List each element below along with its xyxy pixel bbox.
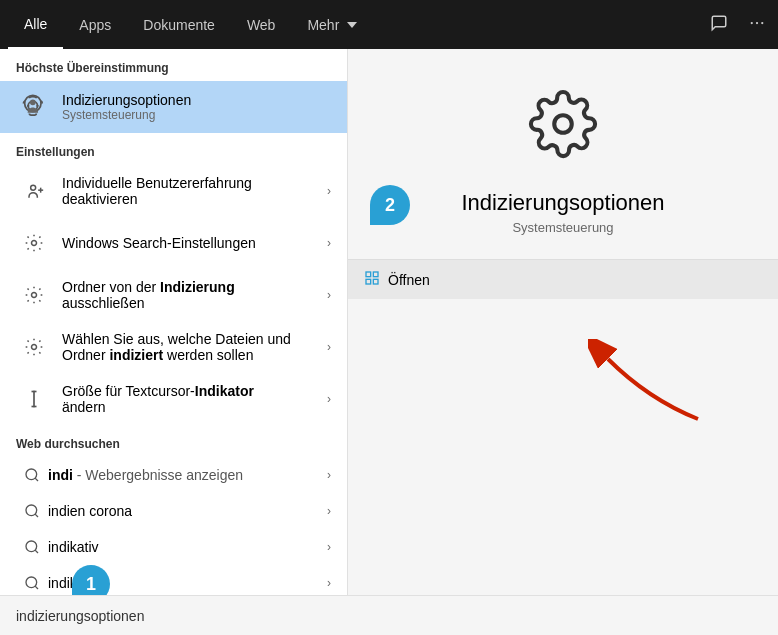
feedback-button[interactable] [706,10,732,40]
result-text-1: Individuelle Benutzererfahrungdeaktivier… [62,175,327,207]
badge-2: 2 [370,185,410,225]
result-title-2: Windows Search-Einstellungen [62,235,327,251]
settings-item-3[interactable]: Ordner von der Indizierungausschließen › [0,269,347,321]
nav-icons [706,10,770,40]
svg-point-2 [761,21,763,23]
tab-apps-label: Apps [79,17,111,33]
svg-point-1 [756,21,758,23]
tab-dokumente[interactable]: Dokumente [127,0,231,49]
svg-point-24 [26,577,37,588]
web-item-1[interactable]: indi - Webergebnisse anzeigen › [0,457,347,493]
svg-rect-30 [366,279,371,284]
svg-line-23 [35,550,38,553]
result-title-4: Wählen Sie aus, welche Dateien undOrdner… [62,331,327,363]
result-title-indizierung: Indizierungsoptionen [62,92,331,108]
web-arrow-3: › [327,540,331,554]
result-item-indizierung[interactable]: Indizierungsoptionen Systemsteuerung [0,81,347,133]
svg-point-7 [36,105,38,107]
web-text-2: indien corona [48,503,327,519]
tab-web-label: Web [247,17,276,33]
svg-point-8 [30,99,36,105]
settings-item-4[interactable]: Wählen Sie aus, welche Dateien undOrdner… [0,321,347,373]
result-subtitle-indizierung: Systemsteuerung [62,108,331,122]
search-icon-1 [16,467,48,483]
result-text-2: Windows Search-Einstellungen [62,235,327,251]
arrow-icon-2: › [327,236,331,250]
settings-item-2[interactable]: Windows Search-Einstellungen › [0,217,347,269]
tab-alle-label: Alle [24,16,47,32]
tab-mehr[interactable]: Mehr [291,0,373,49]
result-text-4: Wählen Sie aus, welche Dateien undOrdner… [62,331,327,363]
top-nav: Alle Apps Dokumente Web Mehr [0,0,778,49]
result-text-5: Größe für Textcursor-Indikatorändern [62,383,327,415]
search-icon-3 [16,539,48,555]
arrow-icon-3: › [327,288,331,302]
result-title-3: Ordner von der Indizierungausschließen [62,279,327,311]
right-panel: Indizierungsoptionen Systemsteuerung Öff… [348,49,778,635]
svg-point-26 [554,115,572,133]
svg-point-6 [27,105,29,107]
web-arrow-4: › [327,576,331,590]
open-button[interactable]: Öffnen [348,260,778,299]
settings-icon-1 [16,173,52,209]
svg-point-18 [26,469,37,480]
svg-point-14 [32,345,37,350]
svg-line-19 [35,478,38,481]
more-options-button[interactable] [744,10,770,40]
section-header-highest-match: Höchste Übereinstimmung [0,49,347,81]
web-arrow-1: › [327,468,331,482]
settings-item-1[interactable]: Individuelle Benutzererfahrungdeaktivier… [0,165,347,217]
tab-web[interactable]: Web [231,0,292,49]
cursor-icon [16,381,52,417]
web-text-1: indi - Webergebnisse anzeigen [48,467,327,483]
arrow-icon-5: › [327,392,331,406]
tab-dokumente-label: Dokumente [143,17,215,33]
tab-alle[interactable]: Alle [8,0,63,49]
web-arrow-2: › [327,504,331,518]
svg-rect-29 [373,279,378,284]
settings-icon-2 [16,225,52,261]
web-item-3[interactable]: indikativ › [0,529,347,565]
svg-point-13 [32,293,37,298]
settings-icon-3 [16,277,52,313]
result-title-5: Größe für Textcursor-Indikatorändern [62,383,327,415]
svg-line-21 [35,514,38,517]
arrow-icon-4: › [327,340,331,354]
nav-tabs: Alle Apps Dokumente Web Mehr [8,0,706,49]
result-text-3: Ordner von der Indizierungausschließen [62,279,327,311]
web-item-2[interactable]: indien corona › [0,493,347,529]
svg-point-9 [31,185,36,190]
result-title-1: Individuelle Benutzererfahrungdeaktivier… [62,175,327,207]
svg-rect-28 [373,272,378,277]
detail-title: Indizierungsoptionen [461,190,664,216]
settings-icon-4 [16,329,52,365]
settings-item-5[interactable]: Größe für Textcursor-Indikatorändern › [0,373,347,425]
svg-line-25 [35,586,38,589]
gear-icon [528,89,598,174]
search-query: indizierungsoptionen [16,608,144,624]
web-text-3: indikativ [48,539,327,555]
detail-subtitle: Systemsteuerung [512,220,613,235]
svg-rect-27 [366,272,371,277]
indizierung-icon [16,89,52,125]
svg-point-20 [26,505,37,516]
search-icon-2 [16,503,48,519]
arrow-icon-1: › [327,184,331,198]
main-container: Höchste Übereinstimmung [0,49,778,635]
svg-point-12 [32,241,37,246]
arrow-annotation [588,339,718,433]
section-header-settings: Einstellungen [0,133,347,165]
svg-point-0 [751,21,753,23]
chevron-down-icon [347,22,357,28]
tab-mehr-label: Mehr [307,17,339,33]
section-header-web: Web durchsuchen [0,425,347,457]
svg-point-22 [26,541,37,552]
open-label: Öffnen [388,272,430,288]
tab-apps[interactable]: Apps [63,0,127,49]
open-icon [364,270,380,289]
result-text-indizierung: Indizierungsoptionen Systemsteuerung [62,92,331,122]
search-icon-4 [16,575,48,591]
left-panel: Höchste Übereinstimmung [0,49,348,635]
search-bar: indizierungsoptionen [0,595,778,635]
